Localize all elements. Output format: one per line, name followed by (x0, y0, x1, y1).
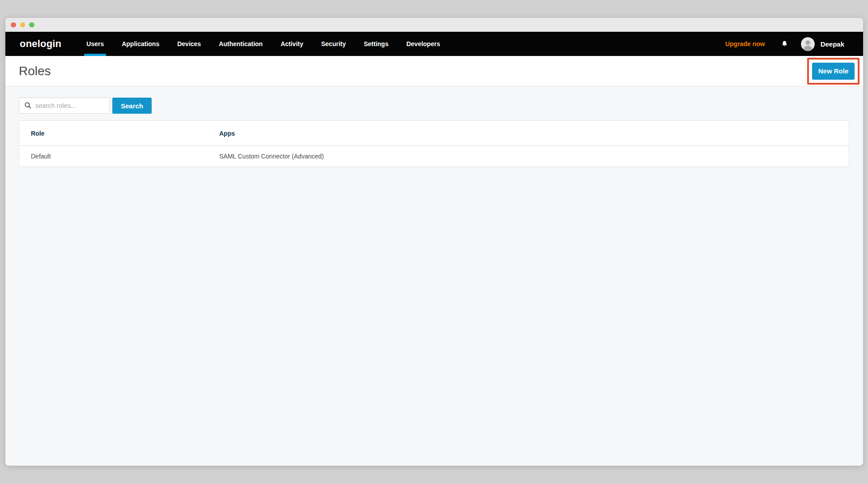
notifications-bell-icon[interactable] (780, 40, 789, 48)
nav-item-activity[interactable]: Activity (281, 32, 303, 56)
annotation-highlight-box: New Role (807, 58, 859, 85)
table-row-default[interactable]: Default SAML Custom Connector (Advanced) (19, 146, 849, 167)
nav-item-security[interactable]: Security (321, 32, 346, 56)
column-header-apps[interactable]: Apps (219, 130, 849, 137)
nav-item-developers[interactable]: Developers (406, 32, 440, 56)
column-header-role[interactable]: Role (19, 130, 219, 137)
page-header: Roles New Role (5, 56, 863, 86)
nav-item-settings[interactable]: Settings (364, 32, 388, 56)
primary-nav: Users Applications Devices Authenticatio… (86, 32, 440, 56)
roles-table: Role Apps Default SAML Custom Connector … (19, 120, 849, 167)
nav-item-users[interactable]: Users (86, 32, 104, 56)
window-titlebar (5, 18, 863, 32)
role-name-cell: Default (19, 153, 219, 160)
search-field-wrapper (19, 98, 110, 114)
search-roles-input[interactable] (19, 98, 110, 114)
user-name[interactable]: Deepak (821, 40, 844, 48)
search-row: Search (19, 98, 850, 114)
role-apps-cell: SAML Custom Connector (Advanced) (219, 153, 849, 160)
nav-item-applications[interactable]: Applications (122, 32, 159, 56)
search-button[interactable]: Search (112, 98, 152, 114)
new-role-button[interactable]: New Role (812, 63, 855, 80)
user-avatar[interactable] (801, 37, 815, 51)
top-navbar: onelogin Users Applications Devices Auth… (5, 32, 863, 56)
onelogin-logo[interactable]: onelogin (20, 38, 61, 50)
upgrade-now-link[interactable]: Upgrade now (725, 40, 765, 47)
traffic-light-minimize-icon[interactable] (20, 22, 26, 28)
traffic-light-maximize-icon[interactable] (29, 22, 34, 28)
navbar-right-group: Upgrade now Deepak (725, 32, 844, 56)
nav-item-devices[interactable]: Devices (177, 32, 201, 56)
table-header-row: Role Apps (19, 121, 849, 146)
roles-page-content: Search Role Apps Default SAML Custom Con… (5, 86, 863, 466)
traffic-light-close-icon[interactable] (11, 22, 16, 28)
browser-window: onelogin Users Applications Devices Auth… (5, 18, 863, 466)
page-title: Roles (19, 64, 51, 78)
nav-item-authentication[interactable]: Authentication (219, 32, 263, 56)
